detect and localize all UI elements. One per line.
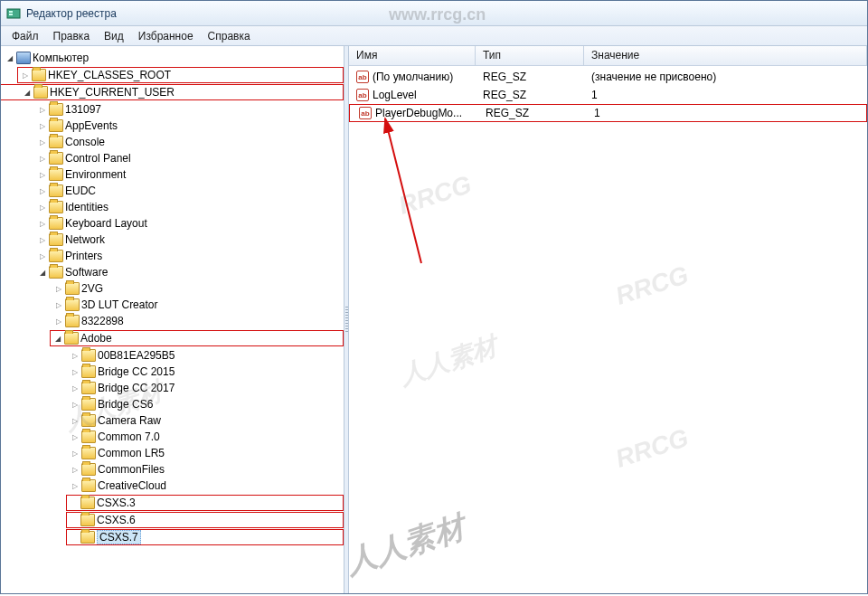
tree-item[interactable]: Common LR5 bbox=[66, 445, 344, 461]
folder-icon bbox=[49, 217, 63, 230]
folder-icon bbox=[81, 349, 96, 362]
folder-icon bbox=[49, 184, 63, 197]
tree-item[interactable]: CreativeCloud bbox=[66, 478, 344, 494]
folder-icon bbox=[80, 531, 95, 544]
tree-item[interactable]: Environment bbox=[33, 166, 344, 183]
tree-item[interactable]: Keyboard Layout bbox=[33, 215, 344, 232]
tree-item[interactable]: 131097 bbox=[33, 101, 344, 118]
expand-icon[interactable] bbox=[70, 351, 80, 361]
tree-item[interactable]: Identities bbox=[33, 199, 344, 215]
tree-root[interactable]: Компьютер bbox=[1, 50, 344, 66]
tree-item[interactable]: Common 7.0 bbox=[66, 429, 344, 445]
folder-icon bbox=[81, 447, 96, 459]
expand-icon[interactable] bbox=[37, 105, 47, 115]
col-value[interactable]: Значение bbox=[584, 46, 867, 65]
expand-icon[interactable] bbox=[37, 121, 47, 131]
value-row[interactable]: abPlayerDebugMo... REG_SZ 1 bbox=[349, 104, 867, 122]
computer-icon bbox=[16, 52, 31, 64]
tree-adobe[interactable]: Adobe bbox=[50, 330, 344, 346]
folder-icon bbox=[49, 103, 63, 116]
value-row[interactable]: ab(По умолчанию) REG_SZ (значение не при… bbox=[349, 68, 867, 86]
expand-icon[interactable] bbox=[70, 383, 80, 393]
menu-edit[interactable]: Правка bbox=[46, 28, 98, 44]
folder-icon bbox=[49, 233, 63, 246]
tree-hkcu[interactable]: HKEY_CURRENT_USER bbox=[1, 84, 344, 100]
tree-item[interactable]: Console bbox=[33, 134, 344, 150]
folder-icon bbox=[64, 332, 79, 345]
value-row[interactable]: abLogLevel REG_SZ 1 bbox=[349, 86, 867, 104]
tree-hkcr[interactable]: HKEY_CLASSES_ROOT bbox=[17, 67, 344, 83]
col-type[interactable]: Тип bbox=[476, 46, 584, 65]
expand-icon[interactable] bbox=[70, 400, 80, 410]
folder-icon bbox=[49, 136, 63, 148]
expand-icon[interactable] bbox=[37, 170, 47, 180]
list-pane: Имя Тип Значение ab(По умолчанию) REG_SZ… bbox=[349, 46, 867, 593]
expand-icon[interactable] bbox=[37, 137, 47, 147]
folder-icon bbox=[33, 86, 48, 99]
string-value-icon: ab bbox=[356, 89, 369, 101]
svg-rect-1 bbox=[9, 11, 13, 13]
folder-icon bbox=[81, 463, 96, 476]
expand-icon[interactable] bbox=[22, 88, 32, 98]
col-name[interactable]: Имя bbox=[349, 46, 476, 65]
folder-icon bbox=[80, 514, 95, 526]
expand-icon[interactable] bbox=[70, 449, 80, 459]
tree-item[interactable]: 2VG bbox=[50, 280, 344, 297]
tree-item[interactable]: 3D LUT Creator bbox=[50, 297, 344, 313]
folder-icon bbox=[49, 152, 63, 165]
folder-icon bbox=[81, 430, 96, 443]
expand-icon[interactable] bbox=[70, 481, 80, 491]
folder-icon bbox=[80, 497, 95, 509]
expand-icon[interactable] bbox=[37, 268, 47, 278]
tree-item[interactable]: CommonFiles bbox=[66, 461, 344, 478]
tree-item[interactable]: Network bbox=[33, 232, 344, 248]
expand-icon[interactable] bbox=[37, 235, 47, 245]
tree-pane[interactable]: Компьютер HKEY_CLASSES_ROOT bbox=[1, 46, 344, 593]
expand-icon[interactable] bbox=[37, 186, 47, 196]
folder-icon bbox=[81, 414, 96, 427]
expand-icon[interactable] bbox=[70, 465, 80, 475]
folder-icon bbox=[49, 119, 63, 132]
folder-icon bbox=[81, 398, 96, 411]
expand-icon[interactable] bbox=[70, 416, 80, 426]
watermark-url: www.rrcg.cn bbox=[389, 5, 486, 24]
expand-icon[interactable] bbox=[70, 432, 80, 442]
folder-icon bbox=[65, 315, 80, 327]
menu-file[interactable]: Файл bbox=[5, 28, 46, 44]
svg-rect-2 bbox=[9, 14, 13, 15]
tree-csxs6[interactable]: CSXS.6 bbox=[66, 512, 344, 528]
folder-icon bbox=[49, 266, 63, 279]
tree-item[interactable]: Bridge CS6 bbox=[66, 396, 344, 412]
tree-item[interactable]: 00B81EA295B5 bbox=[66, 347, 344, 364]
expand-icon[interactable] bbox=[70, 367, 80, 377]
window-title: Редактор реестра bbox=[26, 7, 117, 20]
expand-icon[interactable] bbox=[20, 71, 30, 80]
tree-item[interactable]: Printers bbox=[33, 248, 344, 264]
expand-icon[interactable] bbox=[53, 300, 63, 310]
expand-icon[interactable] bbox=[37, 203, 47, 213]
expand-icon[interactable] bbox=[53, 317, 63, 326]
tree-item[interactable]: Bridge CC 2015 bbox=[66, 364, 344, 380]
tree-software[interactable]: Software bbox=[33, 264, 344, 280]
tree-item[interactable]: Control Panel bbox=[33, 150, 344, 166]
expand-icon[interactable] bbox=[53, 284, 63, 294]
menu-view[interactable]: Вид bbox=[97, 28, 131, 44]
tree-csxs7[interactable]: CSXS.7 bbox=[66, 529, 344, 545]
expand-icon[interactable] bbox=[37, 154, 47, 164]
folder-icon bbox=[32, 69, 46, 81]
tree-item[interactable]: Camera Raw bbox=[66, 412, 344, 429]
tree-item[interactable]: AppEvents bbox=[33, 118, 344, 134]
tree-item[interactable]: EUDC bbox=[33, 183, 344, 199]
tree-csxs3[interactable]: CSXS.3 bbox=[66, 495, 344, 511]
menu-favorites[interactable]: Избранное bbox=[131, 28, 201, 44]
menu-help[interactable]: Справка bbox=[201, 28, 258, 44]
tree-item[interactable]: 8322898 bbox=[50, 313, 344, 329]
expand-icon[interactable] bbox=[5, 53, 14, 63]
folder-icon bbox=[49, 201, 63, 213]
expand-icon[interactable] bbox=[37, 251, 47, 261]
annotation-arrow bbox=[367, 109, 476, 272]
regedit-icon bbox=[6, 6, 21, 21]
expand-icon[interactable] bbox=[52, 334, 62, 344]
expand-icon[interactable] bbox=[37, 219, 47, 229]
tree-item[interactable]: Bridge CC 2017 bbox=[66, 380, 344, 396]
